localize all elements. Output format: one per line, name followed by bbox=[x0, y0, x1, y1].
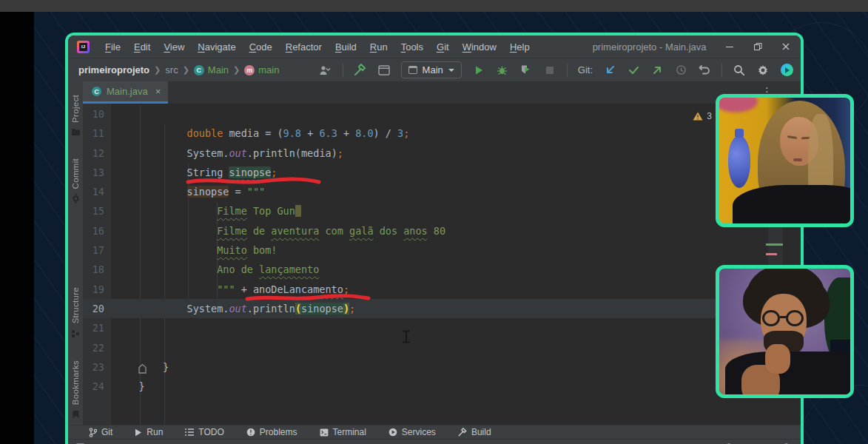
close-button[interactable] bbox=[781, 42, 790, 51]
toolwindow-services-button[interactable]: Services bbox=[388, 427, 436, 437]
toolwindow-todo-button[interactable]: TODO bbox=[185, 427, 223, 437]
code-token: ; bbox=[349, 303, 355, 314]
stop-button[interactable] bbox=[543, 64, 556, 77]
rollback-button[interactable] bbox=[698, 64, 711, 77]
history-button[interactable] bbox=[674, 64, 687, 77]
stripe-item-structure[interactable]: Structure bbox=[71, 287, 80, 337]
run-with-coverage-button[interactable] bbox=[519, 64, 533, 77]
code-line-11[interactable]: 11 double media = (9.8 + 6.3 + 8.0) / 3; bbox=[83, 124, 801, 143]
menu-build[interactable]: Build bbox=[330, 39, 362, 55]
breadcrumb-class[interactable]: C Main bbox=[194, 64, 229, 75]
line-number[interactable]: 15 bbox=[83, 201, 111, 221]
code-line-17[interactable]: 17 Muito bom! bbox=[83, 240, 801, 260]
tab-main-java[interactable]: C Main.java × bbox=[83, 81, 168, 104]
menu-view[interactable]: View bbox=[158, 39, 189, 55]
line-number[interactable]: 23 bbox=[83, 357, 111, 377]
code-token: Filme bbox=[217, 225, 247, 237]
code-token: bom! bbox=[247, 244, 277, 256]
line-number[interactable]: 13 bbox=[83, 163, 111, 182]
gradient-sphere-icon[interactable] bbox=[780, 64, 793, 77]
top-band bbox=[0, 0, 868, 12]
breadcrumb-src[interactable]: src bbox=[165, 64, 178, 75]
glasses-bridge bbox=[780, 316, 787, 318]
git-push-button[interactable] bbox=[650, 64, 664, 77]
settings-gear-icon[interactable] bbox=[756, 64, 770, 77]
menu-tools[interactable]: Tools bbox=[396, 39, 428, 55]
git-update-button[interactable] bbox=[603, 64, 616, 77]
breadcrumb-project[interactable]: primeiroprojeto bbox=[78, 64, 149, 75]
run-configuration-selector[interactable]: Main bbox=[401, 61, 462, 78]
stripe-mark-green bbox=[766, 243, 783, 246]
line-content: System.out.println(sinopse); bbox=[111, 299, 801, 318]
stripe-item-bookmarks[interactable]: Bookmarks bbox=[71, 360, 80, 419]
menu-navigate[interactable]: Navigate bbox=[192, 39, 240, 55]
code-token: double bbox=[187, 127, 223, 139]
toolwindow-run-button[interactable]: Run bbox=[135, 427, 163, 437]
code-line-18[interactable]: 18 Ano de lançamento bbox=[83, 260, 801, 279]
stripe-item-project[interactable]: Project bbox=[71, 95, 81, 136]
person-shirt bbox=[733, 185, 854, 227]
line-number[interactable]: 16 bbox=[83, 221, 111, 240]
toolwindow-terminal-button[interactable]: Terminal bbox=[320, 427, 366, 437]
code-token: sinopse bbox=[301, 303, 343, 314]
toolwindow-problems-button[interactable]: Problems bbox=[246, 427, 297, 437]
line-number[interactable]: 11 bbox=[83, 124, 111, 143]
line-number[interactable]: 12 bbox=[83, 144, 111, 163]
editor-error-stripe[interactable] bbox=[768, 226, 783, 265]
build-hammer-icon[interactable] bbox=[354, 64, 367, 77]
run-button[interactable] bbox=[472, 64, 485, 77]
class-icon: C bbox=[194, 65, 204, 75]
stripe-item-commit[interactable]: Commit bbox=[71, 158, 81, 204]
blue-vase bbox=[728, 136, 750, 188]
separator bbox=[343, 64, 343, 77]
menu-refactor[interactable]: Refactor bbox=[280, 39, 327, 55]
menu-run[interactable]: Run bbox=[365, 39, 393, 55]
menu-git[interactable]: Git bbox=[431, 39, 454, 55]
line-number[interactable]: 17 bbox=[83, 240, 111, 260]
toolwindow-git-button[interactable]: Git bbox=[89, 427, 112, 437]
menu-window[interactable]: Window bbox=[457, 39, 502, 55]
editor-layout-icon[interactable] bbox=[377, 64, 391, 77]
line-number[interactable]: 14 bbox=[83, 182, 111, 201]
user-dropdown-icon[interactable] bbox=[319, 64, 332, 77]
chevron-down-icon bbox=[448, 69, 454, 72]
line-number[interactable]: 20 bbox=[83, 299, 111, 318]
code-token: de bbox=[247, 225, 272, 237]
code-editor[interactable]: 1011 double media = (9.8 + 6.3 + 8.0) / … bbox=[83, 104, 801, 425]
code-line-22[interactable]: 22 bbox=[83, 338, 801, 357]
git-commit-button[interactable] bbox=[627, 64, 640, 77]
breadcrumb-separator: ❯ bbox=[232, 65, 241, 75]
line-number[interactable]: 21 bbox=[83, 318, 111, 337]
code-line-15[interactable]: 15 Filme Top Gun bbox=[83, 201, 801, 221]
person-fist bbox=[765, 344, 790, 374]
menu-code[interactable]: Code bbox=[244, 39, 277, 55]
line-number[interactable]: 10 bbox=[83, 104, 111, 124]
search-everywhere-icon[interactable] bbox=[733, 64, 746, 77]
code-line-23[interactable]: 23 } bbox=[83, 357, 801, 377]
tab-close-icon[interactable]: × bbox=[155, 86, 161, 97]
code-line-21[interactable]: 21 bbox=[83, 318, 801, 337]
maximize-button[interactable] bbox=[753, 42, 762, 51]
line-content: Filme de aventura com galã dos anos 80 bbox=[111, 221, 801, 240]
toolwindow-label: TODO bbox=[198, 427, 223, 437]
fold-marker-icon[interactable] bbox=[138, 361, 147, 372]
minimize-button[interactable] bbox=[725, 42, 734, 51]
menu-help[interactable]: Help bbox=[505, 39, 535, 55]
menu-file[interactable]: File bbox=[100, 39, 126, 55]
code-line-16[interactable]: 16 Filme de aventura com galã dos anos 8… bbox=[83, 221, 801, 240]
breadcrumb-method[interactable]: m main bbox=[244, 64, 279, 75]
inspections-widget[interactable]: 3 bbox=[693, 107, 712, 126]
debug-button[interactable] bbox=[496, 64, 509, 77]
line-number[interactable]: 22 bbox=[83, 338, 111, 357]
menu-edit[interactable]: Edit bbox=[129, 39, 155, 55]
code-line-20[interactable]: 20 System.out.println(sinopse); bbox=[83, 299, 801, 318]
code-token: anos bbox=[403, 225, 428, 237]
code-line-24[interactable]: 24 } bbox=[83, 377, 801, 396]
toolwindow-build-button[interactable]: Build bbox=[458, 427, 491, 437]
toolwindow-label: Problems bbox=[260, 427, 297, 437]
line-number[interactable]: 18 bbox=[83, 260, 111, 279]
line-number[interactable]: 19 bbox=[83, 280, 111, 299]
code-line-19[interactable]: 19 """ + anoDeLancamento; bbox=[83, 280, 801, 299]
code-line-12[interactable]: 12 System.out.println(media); bbox=[83, 144, 801, 163]
line-number[interactable]: 24 bbox=[83, 377, 111, 396]
